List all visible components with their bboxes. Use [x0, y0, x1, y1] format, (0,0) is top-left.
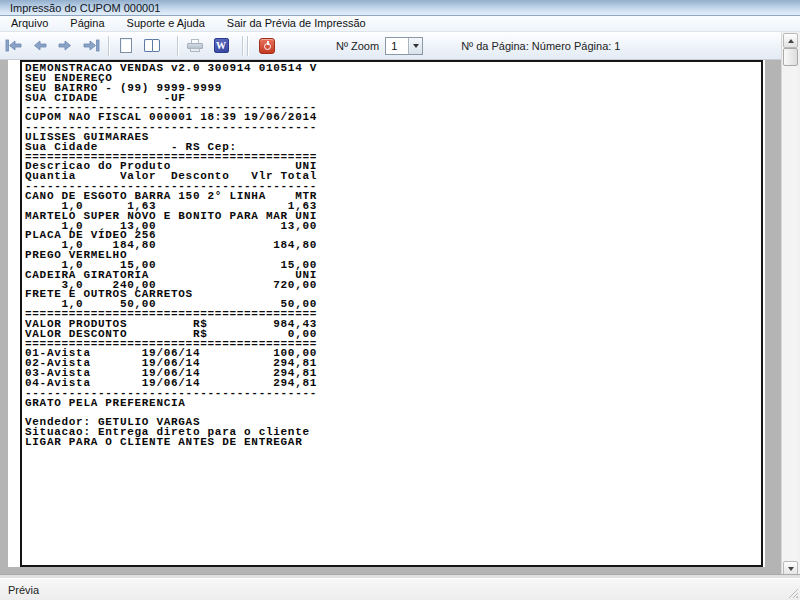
chevron-down-icon [413, 44, 419, 48]
export-word-button[interactable]: W [208, 34, 234, 58]
toolbar: W Nº Zoom 1 Nº da Página: Número Página:… [0, 32, 781, 60]
combo-dropdown-button[interactable] [408, 38, 422, 54]
print-icon [187, 39, 203, 53]
next-page-icon [58, 39, 73, 52]
window-title: Impressão do CUPOM 000001 [10, 2, 160, 14]
previous-page-icon [32, 39, 47, 52]
menubar: Arquivo Página Suporte e Ajuda Sair da P… [0, 16, 800, 32]
single-page-view-button[interactable] [113, 34, 139, 58]
exit-preview-button[interactable] [254, 34, 280, 58]
first-page-button[interactable] [0, 34, 26, 58]
zoom-value: 1 [386, 38, 408, 54]
arrow-up-icon [788, 39, 794, 43]
last-page-button[interactable] [78, 34, 104, 58]
titlebar: Impressão do CUPOM 000001 [0, 0, 800, 16]
vertical-scrollbar[interactable] [781, 33, 798, 577]
toolbar-separator [177, 36, 178, 56]
single-page-icon [120, 38, 132, 53]
toolbar-separator [247, 36, 248, 56]
statusbar: Prévia [0, 578, 800, 600]
zoom-label: Nº Zoom [336, 40, 379, 52]
receipt-text: DEMONSTRACAO VENDAS v2.0 300914 010514 V… [25, 64, 317, 448]
receipt-page-border: DEMONSTRACAO VENDAS v2.0 300914 010514 V… [20, 60, 763, 567]
print-preview-window: Impressão do CUPOM 000001 Arquivo Página… [0, 0, 800, 600]
scrollbar-thumb[interactable] [783, 48, 798, 66]
toolbar-separator [108, 36, 109, 56]
menu-sair-da-previa[interactable]: Sair da Prévia de Impressão [216, 16, 377, 31]
preview-area: DEMONSTRACAO VENDAS v2.0 300914 010514 V… [0, 60, 781, 574]
export-word-icon: W [214, 38, 229, 53]
menu-pagina[interactable]: Página [59, 16, 115, 31]
menu-arquivo[interactable]: Arquivo [0, 16, 59, 31]
previous-page-button[interactable] [26, 34, 52, 58]
first-page-icon [5, 39, 22, 52]
toolbar-separator [242, 36, 243, 56]
menu-suporte-e-ajuda[interactable]: Suporte e Ajuda [116, 16, 216, 31]
scroll-up-button[interactable] [783, 33, 798, 48]
last-page-icon [83, 39, 100, 52]
receipt-paper: DEMONSTRACAO VENDAS v2.0 300914 010514 V… [8, 60, 765, 567]
arrow-down-icon [788, 567, 794, 571]
resize-grip[interactable] [788, 588, 798, 598]
next-page-button[interactable] [52, 34, 78, 58]
exit-preview-icon [259, 38, 275, 54]
page-number-info: Nº da Página: Número Página: 1 [461, 40, 620, 52]
print-button[interactable] [182, 34, 208, 58]
zoom-select[interactable]: 1 [385, 37, 423, 55]
status-text: Prévia [8, 584, 39, 596]
two-pages-icon [144, 39, 160, 52]
two-page-view-button[interactable] [139, 34, 165, 58]
